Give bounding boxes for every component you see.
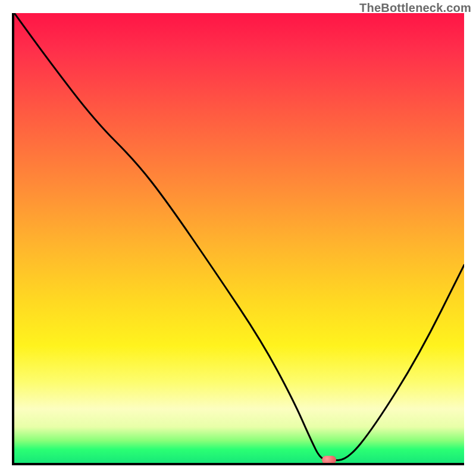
chart-container: TheBottleneck.com — [0, 0, 476, 476]
curve-path — [14, 13, 464, 460]
watermark-label: TheBottleneck.com — [359, 1, 471, 15]
bottleneck-curve — [14, 13, 464, 463]
plot-area — [12, 13, 464, 465]
optimal-point-marker — [322, 456, 336, 464]
